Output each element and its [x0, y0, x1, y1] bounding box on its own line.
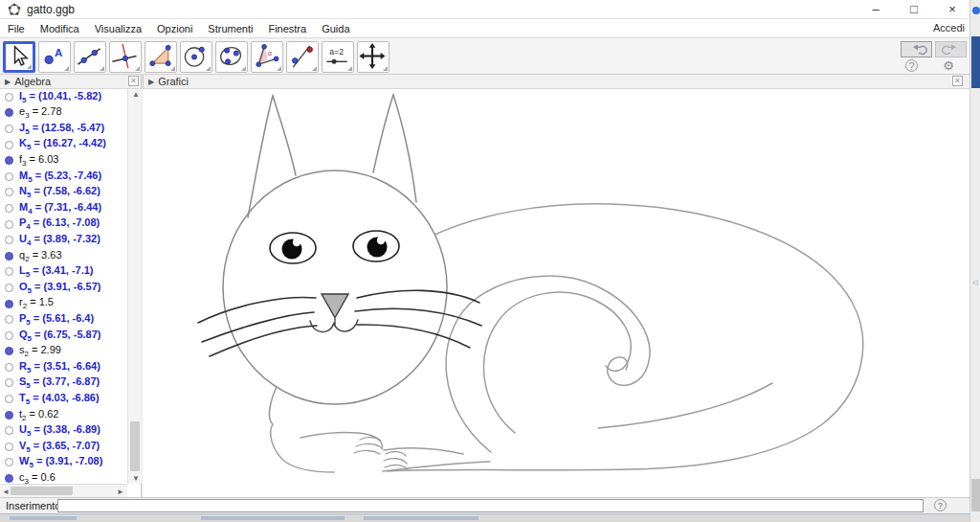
visibility-dot-icon[interactable] [5, 108, 13, 117]
settings-gear-icon[interactable]: ⚙ [942, 59, 955, 73]
scroll-down-icon[interactable]: ▼ [132, 474, 140, 483]
tool-dropdown-caret[interactable] [27, 64, 32, 69]
angle-tool-button[interactable]: α [251, 41, 283, 73]
algebra-row[interactable]: L5 = (3.41, -7.1) [0, 264, 127, 281]
menu-item-modifica[interactable]: Modifica [33, 20, 87, 37]
algebra-row[interactable]: Q5 = (6.75, -5.87) [0, 328, 127, 344]
visibility-dot-icon[interactable] [5, 156, 13, 165]
algebra-row[interactable]: M4 = (7.31, -6.44) [0, 200, 127, 216]
visibility-dot-icon[interactable] [5, 315, 13, 324]
algebra-row[interactable]: O5 = (3.91, -6.57) [0, 280, 127, 296]
algebra-row[interactable]: P4 = (6.13, -7.08) [0, 216, 127, 233]
visibility-dot-icon[interactable] [5, 300, 13, 308]
algebra-row[interactable]: I5 = (10.41, -5.82) [0, 89, 127, 105]
menu-item-visualizza[interactable]: Visualizza [87, 20, 149, 37]
visibility-dot-icon[interactable] [5, 378, 13, 387]
visibility-dot-icon[interactable] [5, 426, 13, 435]
collapse-arrow-icon[interactable]: ▶ [5, 78, 11, 86]
tool-dropdown-caret[interactable] [277, 66, 281, 71]
algebra-row[interactable]: J5 = (12.58, -5.47) [0, 121, 127, 137]
algebra-row[interactable]: P5 = (5.61, -6.4) [0, 311, 127, 328]
tool-dropdown-caret[interactable] [347, 66, 352, 71]
move-graphics-tool-button[interactable] [357, 41, 390, 73]
tool-dropdown-caret[interactable] [170, 66, 175, 71]
algebra-row[interactable]: W5 = (3.91, -7.08) [0, 455, 127, 471]
algebra-horizontal-scrollbar[interactable]: ◄ ► [0, 484, 127, 497]
algebra-row[interactable]: f3 = 6.03 [0, 152, 127, 169]
visibility-dot-icon[interactable] [5, 125, 13, 133]
algebra-row[interactable]: N5 = (7.58, -6.62) [0, 185, 127, 201]
scroll-left-icon[interactable]: ◄ [2, 488, 10, 496]
signin-link[interactable]: Accedi [933, 22, 965, 34]
algebra-row[interactable]: R5 = (3.51, -6.64) [0, 359, 127, 375]
tool-dropdown-caret[interactable] [241, 66, 246, 71]
visibility-dot-icon[interactable] [5, 267, 13, 276]
graphics-canvas[interactable] [143, 89, 969, 497]
conic-tool-button[interactable] [215, 41, 248, 73]
help-icon[interactable]: ? [905, 59, 918, 72]
visibility-dot-icon[interactable] [5, 331, 13, 340]
algebra-vertical-scrollbar[interactable]: ▲ ▼ [127, 89, 142, 484]
visibility-dot-icon[interactable] [5, 458, 13, 466]
algebra-row[interactable]: T5 = (4.03, -6.86) [0, 391, 127, 407]
scroll-right-icon[interactable]: ► [117, 488, 124, 496]
menu-item-finestra[interactable]: Finestra [260, 20, 314, 37]
algebra-row[interactable]: M5 = (5.23, -7.46) [0, 169, 127, 185]
undo-button[interactable] [901, 41, 932, 57]
move-tool-button[interactable] [3, 41, 35, 73]
perpendicular-line-tool-button[interactable] [109, 41, 142, 73]
algebra-row[interactable]: V5 = (3.65, -7.07) [0, 439, 127, 455]
algebra-row[interactable]: e3 = 2.78 [0, 105, 127, 122]
horizontal-scroll-thumb[interactable] [11, 487, 73, 495]
visibility-dot-icon[interactable] [5, 188, 13, 196]
input-help-icon[interactable]: ? [934, 499, 947, 511]
reflection-tool-button[interactable] [286, 41, 319, 73]
visibility-dot-icon[interactable] [5, 443, 13, 451]
algebra-input-field[interactable] [57, 499, 924, 512]
algebra-row[interactable]: S5 = (3.77, -6.87) [0, 375, 127, 392]
algebra-row[interactable]: r2 = 1.5 [0, 296, 127, 312]
line-tool-button[interactable] [74, 41, 106, 73]
visibility-dot-icon[interactable] [5, 474, 13, 483]
tool-dropdown-caret[interactable] [206, 66, 211, 71]
algebra-row[interactable]: U4 = (3.89, -7.32) [0, 232, 127, 248]
algebra-panel-header[interactable]: ▶ Algebra × [0, 75, 141, 89]
visibility-dot-icon[interactable] [5, 363, 13, 372]
collapse-arrow-icon[interactable]: ▶ [148, 78, 154, 86]
menu-item-opzioni[interactable]: Opzioni [149, 20, 200, 37]
tool-dropdown-caret[interactable] [135, 66, 140, 71]
algebra-row[interactable]: q2 = 3.63 [0, 248, 127, 264]
vertical-scroll-thumb[interactable] [130, 421, 140, 471]
algebra-close-icon[interactable]: × [128, 76, 139, 86]
menu-item-file[interactable]: File [0, 20, 33, 37]
visibility-dot-icon[interactable] [5, 172, 13, 181]
visibility-dot-icon[interactable] [5, 220, 13, 229]
visibility-dot-icon[interactable] [5, 236, 13, 244]
visibility-dot-icon[interactable] [5, 395, 13, 403]
maximize-button[interactable]: □ [898, 0, 930, 19]
visibility-dot-icon[interactable] [5, 284, 13, 292]
tool-dropdown-caret[interactable] [312, 66, 317, 71]
point-tool-button[interactable]: A [38, 41, 71, 73]
tool-dropdown-caret[interactable] [64, 66, 69, 71]
algebra-row[interactable]: c3 = 0.6 [0, 470, 127, 484]
visibility-dot-icon[interactable] [5, 93, 13, 102]
visibility-dot-icon[interactable] [5, 252, 13, 261]
visibility-dot-icon[interactable] [5, 411, 13, 420]
algebra-row[interactable]: U5 = (3.38, -6.89) [0, 422, 127, 439]
graphics-panel-header[interactable]: ▶ Grafici × [143, 75, 969, 89]
menu-item-strumenti[interactable]: Strumenti [200, 20, 260, 37]
algebra-row[interactable]: s2 = 2.99 [0, 344, 127, 360]
algebra-row[interactable]: t2 = 0.62 [0, 407, 127, 423]
scroll-up-icon[interactable]: ▲ [132, 90, 140, 99]
redo-button[interactable] [935, 41, 967, 57]
minimize-button[interactable]: – [859, 0, 892, 19]
graphics-close-icon[interactable]: × [952, 76, 963, 86]
tool-dropdown-caret[interactable] [100, 66, 104, 71]
visibility-dot-icon[interactable] [5, 141, 13, 149]
slider-tool-button[interactable]: a=2 [322, 41, 354, 73]
visibility-dot-icon[interactable] [5, 347, 13, 355]
menu-item-guida[interactable]: Guida [314, 20, 357, 37]
visibility-dot-icon[interactable] [5, 204, 13, 213]
close-button[interactable]: × [936, 0, 969, 19]
